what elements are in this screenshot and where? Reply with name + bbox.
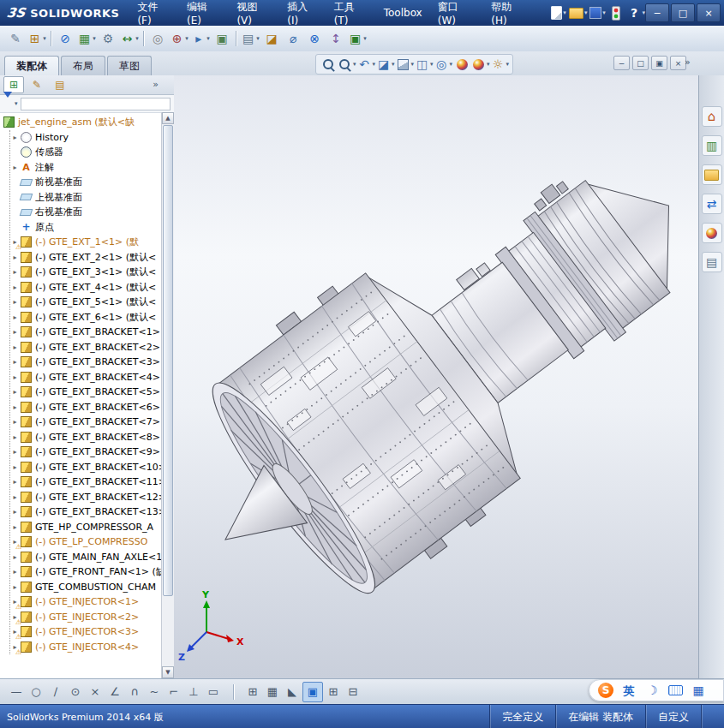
- sogou-logo[interactable]: S: [598, 682, 613, 699]
- circle-tool[interactable]: ○: [27, 683, 45, 701]
- help-button[interactable]: ? ▾: [626, 3, 645, 22]
- expand-arrow-icon[interactable]: ▸: [13, 418, 16, 426]
- panel-overflow-chevron[interactable]: »: [153, 79, 160, 90]
- separator[interactable]: [141, 30, 147, 47]
- dropdown-caret-icon[interactable]: ▾: [411, 61, 415, 68]
- doc-restore-button[interactable]: □: [632, 56, 649, 70]
- apply-scene-button[interactable]: ▾: [471, 56, 490, 73]
- tree-item[interactable]: + 原点: [10, 220, 162, 236]
- tree-item[interactable]: ▸ (-) GTE_EXT_3<1> (默认<: [10, 265, 162, 280]
- expand-arrow-icon[interactable]: ▸: [13, 433, 16, 441]
- spline-tool[interactable]: ~: [145, 683, 164, 701]
- tree-item[interactable]: ▸ (-) GTE_EXT_BRACKET<13>: [10, 504, 162, 520]
- tree-item[interactable]: ▸ ⚠ (-) GTE_INJECTOR<3>: [10, 624, 162, 640]
- tree-item[interactable]: ▸ ⚠ (-) GTE_INJECTOR<4>: [10, 640, 162, 655]
- save-document-button[interactable]: ▾: [589, 3, 606, 22]
- ime-language-toggle[interactable]: 英: [621, 682, 637, 699]
- dropdown-caret-icon[interactable]: ▾: [206, 35, 210, 42]
- expand-arrow-icon[interactable]: ▸: [13, 373, 16, 381]
- bill-of-materials-button[interactable]: ▤ ▾: [240, 28, 260, 49]
- expand-arrow-icon[interactable]: ▸: [13, 298, 16, 306]
- tree-item[interactable]: ▸ GTE_HP_COMPRESSOR_A: [10, 520, 162, 535]
- line-tool[interactable]: ∕: [46, 683, 65, 701]
- mate-button[interactable]: ⊘: [55, 28, 75, 49]
- filter-icon[interactable]: [3, 98, 12, 110]
- scrollbar-thumb[interactable]: [163, 125, 173, 596]
- dropdown-caret-icon[interactable]: ▾: [642, 9, 645, 16]
- tree-item[interactable]: ▸ (-) GTE_EXT_BRACKET<10>: [10, 460, 162, 475]
- expand-arrow-icon[interactable]: ▸: [13, 283, 16, 291]
- ellipse-tool[interactable]: ⊙: [66, 683, 85, 701]
- separator[interactable]: [224, 683, 242, 701]
- erase-tool[interactable]: ×: [86, 683, 105, 701]
- menu-item[interactable]: Toolbox: [376, 0, 430, 26]
- dropdown-caret-icon[interactable]: ▾: [373, 61, 376, 68]
- expand-arrow-icon[interactable]: ▸: [13, 254, 16, 261]
- expand-arrow-icon[interactable]: ▸: [13, 328, 16, 336]
- dropdown-caret-icon[interactable]: ▾: [584, 9, 588, 16]
- filter-dropdown-caret-icon[interactable]: ▾: [15, 100, 18, 107]
- menu-item[interactable]: 编辑(E): [179, 0, 229, 26]
- home-icon[interactable]: ⌂: [702, 106, 722, 127]
- rebuild-button[interactable]: [607, 3, 625, 22]
- tree-item[interactable]: ▸ ⚠ (-) GTE_LP_COMPRESSO: [10, 534, 162, 550]
- close-button[interactable]: ×: [697, 3, 721, 22]
- tree-item[interactable]: ▸ (-) GTE_EXT_BRACKET<11>: [10, 474, 162, 490]
- expand-arrow-icon[interactable]: ▸: [13, 553, 16, 561]
- dropdown-caret-icon[interactable]: ▾: [430, 61, 434, 68]
- expand-arrow-icon[interactable]: ▸: [13, 343, 16, 351]
- expand-arrow-icon[interactable]: ▸: [13, 403, 16, 411]
- smart-fasteners-button[interactable]: ⚙: [98, 28, 118, 49]
- edit-appearance-button[interactable]: [453, 56, 470, 73]
- dropdown-caret-icon[interactable]: ▾: [43, 35, 46, 42]
- tab-assembly[interactable]: 装配体: [4, 56, 59, 75]
- tree-item[interactable]: ▸ GTE_COMBUSTION_CHAM: [10, 580, 162, 595]
- dropdown-caret-icon[interactable]: ▾: [93, 35, 96, 42]
- expand-arrow-icon[interactable]: ▸: [13, 493, 16, 501]
- show-hidden-components-button[interactable]: ◎: [147, 28, 168, 49]
- dropdown-caret-icon[interactable]: ▾: [392, 61, 395, 68]
- configurationmanager-tab[interactable]: ▤: [50, 76, 70, 93]
- tree-item[interactable]: ▸ (-) GTE_FRONT_FAN<1> (缺: [10, 564, 162, 580]
- expand-arrow-icon[interactable]: ▸: [13, 583, 16, 591]
- rectangle-tool[interactable]: ▭: [204, 683, 223, 701]
- tree-item[interactable]: ▸ ⚠ (-) GTE_INJECTOR<2>: [10, 610, 162, 625]
- propertymanager-tab[interactable]: ✎: [27, 76, 47, 93]
- move-component-button[interactable]: ↔ ▾: [119, 28, 140, 49]
- menu-item[interactable]: 工具(T): [326, 0, 376, 26]
- tree-item[interactable]: ▸ (-) GTE_EXT_BRACKET<1>: [10, 325, 162, 340]
- view-orientation-button[interactable]: ▾: [396, 56, 415, 73]
- new-document-button[interactable]: ▾: [550, 3, 567, 22]
- custom-properties-icon[interactable]: ▤: [702, 252, 722, 272]
- view-settings-button[interactable]: ☼ ▾: [491, 56, 510, 73]
- expand-arrow-icon[interactable]: ▸: [13, 568, 16, 576]
- zoom-fit-button[interactable]: [320, 56, 337, 73]
- zoom-area-button[interactable]: ▾: [338, 56, 356, 73]
- menu-item[interactable]: 窗口(W): [430, 0, 484, 26]
- toolbar-overflow-chevron[interactable]: »: [685, 57, 691, 68]
- tree-item[interactable]: 前视基准面: [10, 175, 162, 190]
- expand-arrow-icon[interactable]: ▸: [13, 463, 16, 471]
- featuremanager-tab[interactable]: ⊞: [3, 76, 24, 93]
- expand-arrow-icon[interactable]: ▸: [13, 508, 16, 516]
- tree-item[interactable]: 上视基准面: [10, 190, 162, 206]
- dropdown-caret-icon[interactable]: ▾: [353, 61, 356, 68]
- tree-item[interactable]: ▸ History: [10, 130, 162, 146]
- dropdown-caret-icon[interactable]: ▾: [506, 61, 510, 68]
- tree-item[interactable]: ▸ (-) GTE_EXT_5<1> (默认<: [10, 295, 162, 310]
- menu-item[interactable]: 文件(F): [129, 0, 179, 26]
- ime-moon-icon[interactable]: ☽: [644, 682, 660, 699]
- insert-components-button[interactable]: ⊞ ▾: [27, 28, 47, 49]
- dropdown-caret-icon[interactable]: ▾: [135, 35, 139, 42]
- expand-arrow-icon[interactable]: ▸: [13, 268, 16, 276]
- filter-input[interactable]: [21, 98, 171, 110]
- assembly-visualization-button[interactable]: ↕: [326, 28, 346, 49]
- tree-item[interactable]: ▸ (-) GTE_EXT_BRACKET<7>: [10, 415, 162, 430]
- minimize-button[interactable]: −: [645, 3, 669, 22]
- tree-item[interactable]: ▸ (-) GTE_MAIN_FAN_AXLE<1: [10, 550, 162, 565]
- doc-maximize-button[interactable]: ▣: [651, 56, 667, 70]
- open-document-button[interactable]: ▾: [569, 3, 588, 22]
- instant3d-button[interactable]: ▣ ▾: [347, 28, 368, 49]
- exploded-view-button[interactable]: ◪: [261, 28, 282, 49]
- tree-item[interactable]: ▸ ⚠ (-) GTE_EXT_1<1> (默: [10, 235, 162, 250]
